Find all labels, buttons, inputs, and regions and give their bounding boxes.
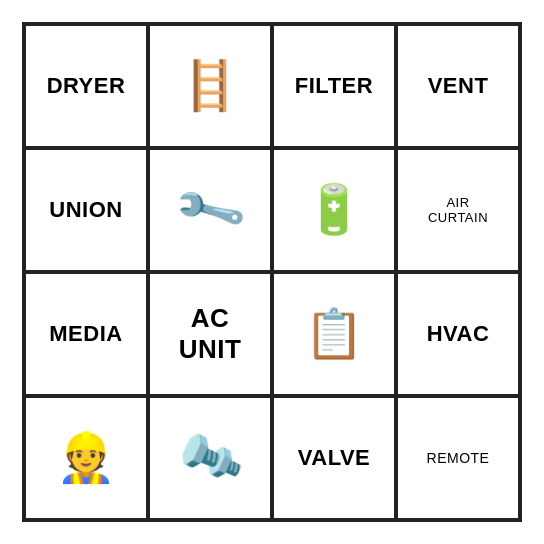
ladder-icon: 🪜: [180, 62, 240, 110]
cell-r2c1: AC UNIT: [148, 272, 272, 396]
cell-text: MEDIA: [49, 321, 122, 347]
cell-r2c2: 📋: [272, 272, 396, 396]
cell-r3c0: 👷: [24, 396, 148, 520]
cell-r0c2: FILTER: [272, 24, 396, 148]
cell-text: VALVE: [298, 445, 371, 471]
cell-r1c0: UNION: [24, 148, 148, 272]
cell-r3c3: REMOTE: [396, 396, 520, 520]
wrench-icon: 🔧: [172, 174, 248, 246]
cell-r1c1: 🔧: [148, 148, 272, 272]
bingo-board: DRYER 🪜 FILTER VENT UNION 🔧 🔋 AIR CURTAI…: [22, 22, 522, 522]
cell-r3c1: 🔩: [148, 396, 272, 520]
bolt-icon: 🔩: [174, 425, 247, 491]
cell-text: AC UNIT: [179, 303, 242, 365]
battery-icon: 🔋: [304, 186, 364, 234]
cell-r0c1: 🪜: [148, 24, 272, 148]
cell-text: VENT: [428, 73, 489, 99]
cell-r2c3: HVAC: [396, 272, 520, 396]
cell-text: AIR CURTAIN: [428, 195, 488, 225]
clipboard-icon: 📋: [304, 310, 364, 358]
cell-r0c0: DRYER: [24, 24, 148, 148]
cell-text: HVAC: [427, 321, 490, 347]
cell-text: UNION: [49, 197, 122, 223]
cell-r3c2: VALVE: [272, 396, 396, 520]
cell-r0c3: VENT: [396, 24, 520, 148]
cell-r1c3: AIR CURTAIN: [396, 148, 520, 272]
cell-r2c0: MEDIA: [24, 272, 148, 396]
cell-text: FILTER: [295, 73, 373, 99]
cell-text: DRYER: [47, 73, 126, 99]
cell-r1c2: 🔋: [272, 148, 396, 272]
cell-text: REMOTE: [427, 450, 490, 466]
worker-icon: 👷: [56, 434, 116, 482]
